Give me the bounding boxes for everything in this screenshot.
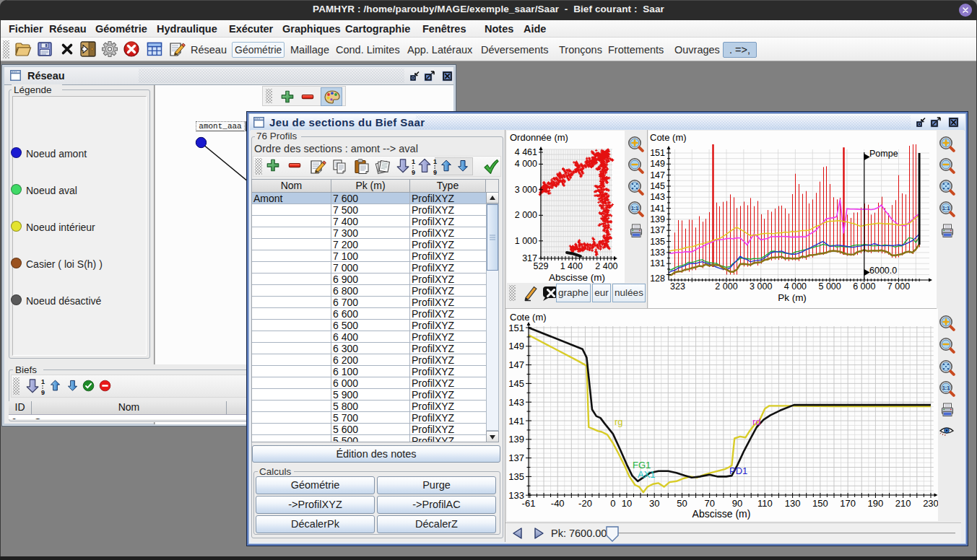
svg-text:9: 9 — [433, 169, 437, 175]
svg-text:9: 9 — [41, 389, 45, 395]
svg-text:Abscisse (m): Abscisse (m) — [549, 272, 605, 283]
svg-text:170: 170 — [840, 498, 856, 509]
svg-text:137: 137 — [650, 225, 665, 235]
svg-text:PD1: PD1 — [729, 465, 747, 476]
svg-text:70: 70 — [704, 498, 714, 509]
svg-text:141: 141 — [650, 204, 665, 214]
svg-text:133: 133 — [650, 248, 665, 258]
svg-text:Ordonnée (m): Ordonnée (m) — [510, 132, 568, 143]
svg-text:130: 130 — [785, 498, 801, 509]
svg-text:137: 137 — [508, 452, 524, 463]
svg-text:110: 110 — [757, 498, 773, 509]
svg-text:rd: rd — [752, 416, 761, 427]
svg-text:5 000: 5 000 — [818, 281, 841, 292]
svg-text:1: 1 — [412, 158, 415, 165]
svg-text:AX1: AX1 — [638, 469, 656, 480]
svg-text:1:1: 1:1 — [631, 206, 638, 211]
svg-text:rg: rg — [615, 416, 623, 427]
svg-text:0: 0 — [610, 498, 615, 509]
svg-text:Cote (m): Cote (m) — [650, 132, 687, 143]
svg-text:4 000: 4 000 — [784, 281, 807, 292]
svg-text:145: 145 — [508, 378, 524, 389]
svg-text:143: 143 — [508, 397, 524, 408]
svg-text:50: 50 — [677, 498, 687, 509]
svg-text:4 000: 4 000 — [515, 159, 537, 169]
svg-text:3 000: 3 000 — [750, 281, 772, 292]
svg-text:1: 1 — [41, 378, 45, 385]
svg-text:230: 230 — [923, 498, 938, 509]
svg-text:323: 323 — [670, 281, 685, 292]
svg-text:149: 149 — [508, 341, 524, 351]
svg-text:Pompe: Pompe — [869, 149, 898, 159]
svg-text:147: 147 — [508, 359, 524, 370]
svg-text:1: 1 — [433, 158, 437, 165]
svg-text:Cote (m): Cote (m) — [510, 312, 547, 323]
svg-text:1:1: 1:1 — [942, 206, 950, 211]
svg-text:141: 141 — [508, 416, 524, 426]
svg-text:529: 529 — [534, 261, 549, 271]
svg-text:2 000: 2 000 — [715, 281, 737, 292]
svg-text:10: 10 — [622, 498, 632, 509]
svg-text:4 461: 4 461 — [515, 147, 537, 157]
svg-text:-61: -61 — [522, 498, 536, 509]
svg-text:1 400: 1 400 — [560, 261, 583, 271]
svg-text:2 400: 2 400 — [595, 261, 617, 271]
svg-text:7 000: 7 000 — [887, 281, 910, 292]
svg-text:6 000: 6 000 — [853, 281, 875, 292]
svg-text:90: 90 — [732, 498, 742, 509]
svg-text:135: 135 — [508, 471, 524, 482]
svg-text:-40: -40 — [551, 498, 565, 509]
svg-text:139: 139 — [508, 434, 524, 445]
svg-text:145: 145 — [650, 181, 665, 191]
svg-text:Pk (m): Pk (m) — [778, 292, 807, 303]
svg-text:151: 151 — [508, 323, 524, 333]
svg-text:2 000: 2 000 — [515, 210, 537, 220]
svg-text:149: 149 — [650, 159, 665, 169]
svg-text:210: 210 — [895, 498, 911, 509]
svg-text:Abscisse (m): Abscisse (m) — [692, 508, 751, 520]
svg-text:128: 128 — [650, 274, 665, 284]
svg-text:9: 9 — [412, 169, 415, 175]
svg-text:30: 30 — [649, 498, 659, 509]
svg-text:131: 131 — [650, 258, 665, 268]
svg-text:6000.0: 6000.0 — [869, 266, 897, 276]
svg-text:1:1: 1:1 — [942, 385, 950, 390]
svg-text:-20: -20 — [578, 498, 592, 509]
svg-text:3 000: 3 000 — [515, 185, 537, 195]
svg-text:150: 150 — [812, 498, 828, 509]
svg-text:135: 135 — [650, 237, 665, 247]
svg-text:139: 139 — [650, 214, 665, 224]
svg-text:147: 147 — [650, 170, 665, 180]
svg-text:151: 151 — [650, 148, 665, 158]
svg-text:143: 143 — [650, 192, 665, 202]
svg-text:1 000: 1 000 — [515, 236, 537, 246]
svg-text:190: 190 — [868, 498, 884, 509]
